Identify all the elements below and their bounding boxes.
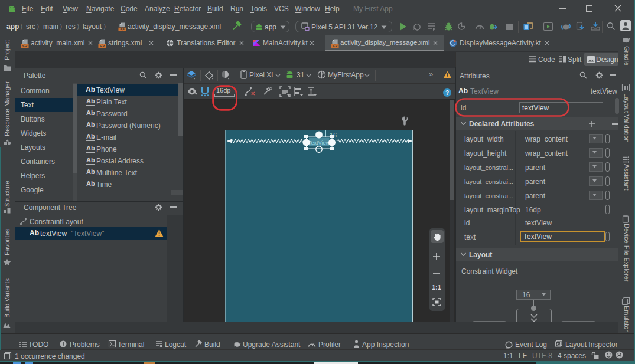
svg-text:TextView: TextView — [308, 140, 330, 146]
